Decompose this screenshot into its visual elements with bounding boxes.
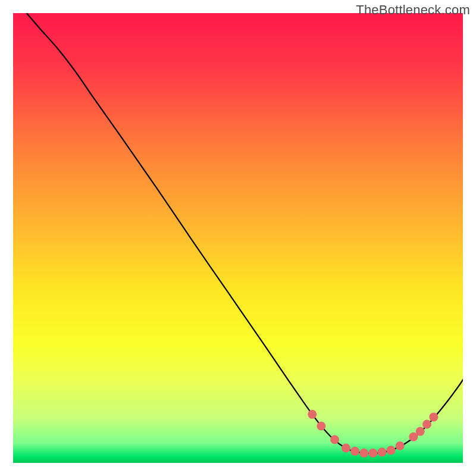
data-dot bbox=[429, 412, 438, 421]
gradient-background bbox=[13, 13, 463, 463]
data-dot bbox=[342, 444, 350, 453]
data-dot bbox=[359, 449, 368, 458]
data-dot bbox=[422, 419, 431, 428]
chart-container: TheBottleneck.com bbox=[0, 0, 476, 476]
data-dot bbox=[377, 447, 386, 456]
data-dot bbox=[350, 447, 359, 456]
data-dot bbox=[387, 446, 396, 455]
plot-area bbox=[13, 13, 463, 463]
data-dot bbox=[317, 422, 325, 431]
data-dot bbox=[308, 410, 317, 419]
data-dot bbox=[330, 435, 339, 444]
data-dot bbox=[396, 441, 405, 450]
watermark-text: TheBottleneck.com bbox=[356, 2, 470, 18]
data-dot bbox=[416, 427, 425, 436]
data-dot bbox=[368, 449, 377, 458]
gradient-curve-chart bbox=[13, 13, 463, 463]
